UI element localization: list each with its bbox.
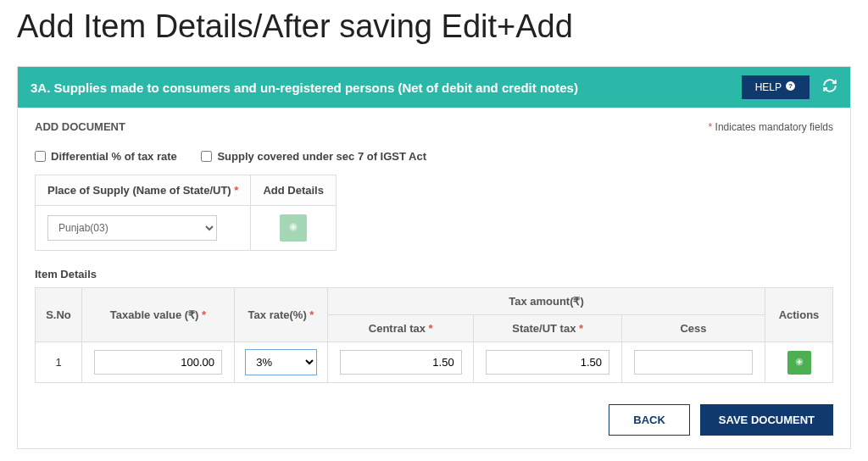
table-row: 1 3% — [36, 342, 833, 383]
checkbox-sec7-label: Supply covered under sec 7 of IGST Act — [217, 150, 426, 163]
help-button[interactable]: HELP ? — [742, 75, 810, 99]
pos-table: Place of Supply (Name of State/UT) * Add… — [35, 175, 337, 251]
mandatory-text: Indicates mandatory fields — [715, 121, 833, 133]
plus-icon — [287, 221, 299, 236]
item-table: S.No Taxable value (₹) * Tax rate(%) * T… — [35, 287, 833, 383]
back-button[interactable]: BACK — [609, 404, 690, 436]
col-taxable: Taxable value (₹) * — [82, 288, 235, 342]
add-details-header: Add Details — [251, 175, 337, 206]
star-icon: * — [709, 121, 713, 133]
col-stateut: State/UT tax * — [474, 315, 621, 342]
mandatory-note: * Indicates mandatory fields — [709, 121, 833, 133]
taxable-input[interactable] — [94, 350, 222, 375]
button-row: BACK SAVE DOCUMENT — [35, 404, 833, 436]
section-header: 3A. Supplies made to consumers and un-re… — [18, 67, 850, 108]
refresh-icon[interactable] — [822, 78, 837, 97]
add-doc-row: ADD DOCUMENT * Indicates mandatory field… — [35, 120, 833, 133]
col-taxamount: Tax amount(₹) — [328, 288, 765, 315]
col-sno: S.No — [36, 288, 82, 342]
cess-input[interactable] — [634, 350, 754, 375]
taxrate-select[interactable]: 3% — [245, 349, 317, 375]
item-details-label: Item Details — [35, 268, 833, 280]
checkbox-differential-input[interactable] — [35, 151, 46, 162]
col-central: Central tax * — [328, 315, 474, 342]
section-header-text: 3A. Supplies made to consumers and un-re… — [31, 81, 578, 95]
checkbox-differential[interactable]: Differential % of tax rate — [35, 150, 177, 163]
save-document-button[interactable]: SAVE DOCUMENT — [700, 404, 833, 436]
row-sno: 1 — [36, 342, 82, 383]
checkbox-sec7[interactable]: Supply covered under sec 7 of IGST Act — [201, 150, 426, 163]
pos-select[interactable]: Punjab(03) — [47, 215, 217, 241]
add-document-label: ADD DOCUMENT — [35, 120, 125, 133]
col-actions: Actions — [765, 288, 833, 342]
help-icon: ? — [785, 81, 796, 94]
help-label: HELP — [755, 81, 782, 93]
plus-icon — [794, 356, 804, 369]
page-title: Add Item Details/After saving Edit+Add — [17, 8, 851, 45]
pos-header: Place of Supply (Name of State/UT) * — [36, 175, 251, 206]
add-pos-button[interactable] — [280, 214, 307, 242]
col-taxrate: Tax rate(%) * — [235, 288, 328, 342]
checkbox-differential-label: Differential % of tax rate — [51, 150, 177, 163]
central-tax-input[interactable] — [340, 350, 462, 375]
add-row-button[interactable] — [787, 351, 811, 375]
state-tax-input[interactable] — [486, 350, 609, 375]
checkbox-row: Differential % of tax rate Supply covere… — [35, 150, 833, 164]
section-container: 3A. Supplies made to consumers and un-re… — [17, 66, 851, 449]
content-body: ADD DOCUMENT * Indicates mandatory field… — [18, 108, 850, 448]
svg-text:?: ? — [788, 82, 793, 90]
checkbox-sec7-input[interactable] — [201, 151, 212, 162]
col-cess: Cess — [621, 315, 765, 342]
